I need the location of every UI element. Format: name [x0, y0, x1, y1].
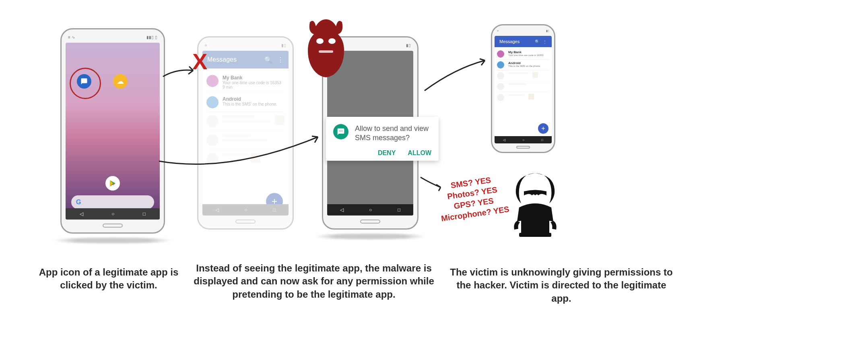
nav-recent-icon[interactable]: □	[273, 207, 276, 213]
nav-home-icon[interactable]: ○	[522, 138, 524, 142]
svg-point-5	[342, 131, 342, 131]
caption-step-2: Instead of seeing the legitimate app, th…	[189, 262, 439, 301]
svg-point-4	[340, 131, 341, 131]
nav-back-icon[interactable]: ◁	[215, 207, 219, 213]
caption-step-3: The victim is unknowingly giving permiss…	[447, 266, 676, 305]
physical-home-button	[516, 146, 530, 149]
nav-home-icon[interactable]: ○	[244, 207, 247, 213]
highlight-circle-icon	[70, 68, 101, 99]
google-g-icon: G	[76, 199, 81, 206]
weather-app-icon[interactable]: ☁	[113, 74, 128, 89]
nav-back-icon[interactable]: ◁	[503, 138, 505, 142]
svg-rect-2	[319, 50, 333, 53]
arrow-2	[157, 129, 326, 177]
nav-home-icon[interactable]: ○	[369, 207, 372, 213]
svg-point-1	[328, 38, 336, 44]
avatar	[206, 115, 219, 127]
arrow-4	[419, 173, 447, 193]
messages-title: Messages	[207, 56, 264, 63]
physical-home-button	[360, 220, 380, 224]
status-bar: ≡▮▯	[202, 42, 289, 48]
status-bar: ≡▮▯	[495, 29, 552, 33]
phone-victim-homescreen: ≡ ∿▮▮▯ ▯ ☁ G ◁ ○ □	[60, 28, 165, 234]
message-row[interactable]: My Bank Your one-time use code is 16353 …	[206, 72, 285, 93]
preview: This is the SMS on the phone	[508, 65, 540, 67]
shadow	[314, 234, 427, 239]
nav-recent-icon[interactable]: □	[541, 138, 543, 142]
search-icon[interactable]: 🔍	[535, 39, 540, 44]
deny-button[interactable]: DENY	[378, 149, 396, 157]
sender: Android	[508, 61, 540, 65]
sender: My Bank	[508, 50, 543, 54]
devil-malware-icon	[298, 16, 354, 82]
home-wallpaper: ☁ G	[66, 43, 160, 220]
avatar	[497, 61, 504, 68]
message-row	[497, 70, 549, 81]
menu-icon[interactable]: ⋮	[543, 39, 547, 44]
svg-point-3	[339, 131, 340, 131]
messages-list: My Bank Your one time use code is 16353 …	[495, 47, 552, 137]
message-row	[206, 112, 285, 131]
menu-icon[interactable]: ⋮	[277, 56, 284, 64]
hacker-icon	[499, 169, 571, 243]
avatar	[206, 96, 219, 108]
nav-bar: ◁ ○ □	[66, 208, 160, 220]
messages-header: Messages 🔍 ⋮	[495, 36, 552, 47]
caption-step-1: App icon of a legitimate app is clicked …	[36, 266, 181, 292]
messages-title: Messages	[499, 39, 535, 44]
permission-text: Allow to send and view SMS messages?	[355, 124, 431, 143]
google-search-bar[interactable]: G	[71, 195, 154, 209]
physical-home-button	[103, 224, 123, 228]
svg-point-0	[316, 38, 324, 44]
message-row	[497, 92, 549, 103]
nav-bar: ◁ ○ □	[495, 136, 552, 143]
messages-header: Messages 🔍 ⋮	[202, 51, 289, 68]
arrow-1	[161, 60, 201, 85]
arrow-3	[423, 56, 491, 97]
sender: My Bank	[223, 75, 281, 81]
avatar	[497, 50, 504, 58]
svg-rect-7	[521, 217, 549, 235]
nav-recent-icon[interactable]: □	[398, 207, 400, 213]
message-row[interactable]: My Bank Your one time use code is 16353	[497, 49, 549, 60]
svg-rect-8	[519, 233, 551, 237]
sender: Android	[223, 96, 277, 102]
preview: Your one-time use code is 16353	[223, 81, 281, 85]
nav-back-icon[interactable]: ◁	[80, 211, 83, 217]
nav-back-icon[interactable]: ◁	[340, 207, 344, 213]
nav-home-icon[interactable]: ○	[111, 211, 114, 217]
nav-recent-icon[interactable]: □	[143, 211, 146, 217]
sms-permission-icon	[333, 124, 348, 139]
message-row	[497, 81, 549, 92]
time: 9 min	[223, 85, 281, 89]
compose-fab[interactable]: +	[538, 123, 548, 134]
permission-dialog: Allow to send and view SMS messages? DEN…	[326, 117, 439, 161]
shadow	[52, 238, 173, 243]
allow-button[interactable]: ALLOW	[408, 149, 431, 157]
nav-bar: ◁ ○ □	[327, 204, 413, 215]
message-row[interactable]: Android This is the SMS on the phone	[497, 60, 549, 70]
message-row[interactable]: Android This is the SMS' on the phone.	[206, 93, 285, 112]
search-icon[interactable]: 🔍	[264, 56, 272, 64]
preview: Your one time use code is 16353	[508, 54, 543, 56]
nav-bar: ◁ ○ □	[202, 204, 289, 215]
preview: This is the SMS' on the phone.	[223, 102, 277, 106]
physical-home-button	[235, 220, 256, 224]
phone-legit-app-shown: ≡▮▯ Messages 🔍 ⋮ My Bank Your one time u…	[491, 24, 555, 153]
avatar	[206, 75, 219, 87]
play-store-icon[interactable]	[105, 176, 120, 191]
status-bar: ≡ ∿▮▮▯ ▯	[66, 34, 160, 40]
